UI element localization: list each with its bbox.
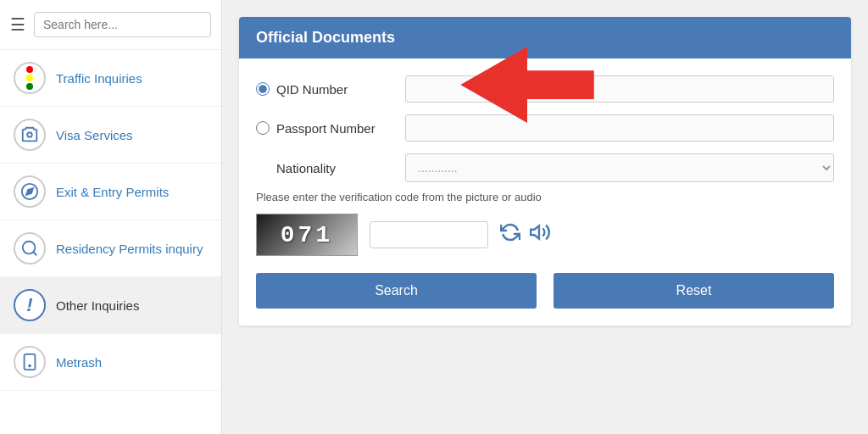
main-content: Official Documents QID Number Passport N… [222,0,868,434]
verification-instruction: Please enter the verification code from … [256,191,834,203]
hamburger-icon[interactable]: ☰ [10,14,25,35]
sidebar-label-traffic: Traffic Inquiries [56,71,142,86]
audio-captcha-button[interactable] [529,221,551,248]
search-button[interactable]: Search [256,273,537,309]
captcha-actions [500,221,551,248]
sidebar-label-other: Other Inquiries [56,298,139,313]
sidebar: ☰ Traffic Inquiries Visa Services [0,0,222,434]
sidebar-item-other[interactable]: ! Other Inquiries [0,277,221,334]
sidebar-item-traffic[interactable]: Traffic Inquiries [0,50,221,107]
captcha-image: 071 [256,214,358,256]
nationality-row: Nationality ............ [256,153,834,182]
qid-radio-label[interactable]: QID Number [256,82,392,97]
sidebar-item-exit[interactable]: Exit & Entry Permits [0,164,221,220]
sidebar-label-visa: Visa Services [56,128,133,142]
nationality-select[interactable]: ............ [405,153,834,182]
qid-radio[interactable] [256,82,270,96]
passport-radio-label[interactable]: Passport Number [256,121,392,136]
nationality-label-text: Nationality [256,161,392,175]
reset-button[interactable]: Reset [554,273,834,309]
svg-point-3 [23,242,36,254]
info-icon: ! [14,289,46,321]
captcha-row: 071 [256,214,834,256]
camera-icon [14,119,46,151]
magnify-icon [14,232,46,264]
sidebar-item-visa[interactable]: Visa Services [0,107,221,164]
refresh-captcha-button[interactable] [500,222,520,248]
sidebar-item-metrash[interactable]: Metrash [0,334,221,391]
sidebar-label-metrash: Metrash [56,355,102,370]
captcha-input[interactable] [370,221,488,248]
phone-icon [14,346,46,378]
nav-list: Traffic Inquiries Visa Services Exit & E… [0,50,221,434]
official-documents-card: Official Documents QID Number Passport N… [239,17,851,326]
qid-row: QID Number [256,75,834,103]
svg-point-6 [29,365,31,367]
svg-marker-8 [531,225,539,238]
passport-input[interactable] [405,114,834,142]
qid-label-text: QID Number [276,82,348,97]
search-input[interactable] [34,12,211,37]
compass-icon [14,175,46,208]
sidebar-item-residency[interactable]: Residency Permits inquiry [0,220,221,277]
card-title: Official Documents [239,17,851,58]
passport-row: Passport Number [256,114,834,142]
sidebar-label-exit: Exit & Entry Permits [56,185,169,199]
action-buttons: Search Reset [256,273,834,309]
sidebar-label-residency: Residency Permits inquiry [56,242,203,256]
card-body: QID Number Passport Number Nationality .… [239,58,851,326]
passport-label-text: Passport Number [276,121,376,136]
svg-point-0 [27,132,32,137]
traffic-light-icon [14,62,46,94]
passport-radio[interactable] [256,121,270,135]
svg-line-4 [33,252,36,255]
qid-input[interactable] [405,75,834,103]
sidebar-header: ☰ [0,0,221,50]
svg-marker-2 [26,188,33,195]
